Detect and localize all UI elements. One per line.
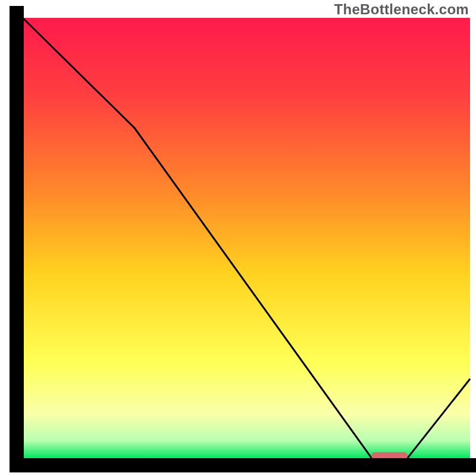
chart-stage: TheBottleneck.com <box>0 0 476 476</box>
plot-area <box>10 6 476 470</box>
bottleneck-chart <box>0 0 476 476</box>
